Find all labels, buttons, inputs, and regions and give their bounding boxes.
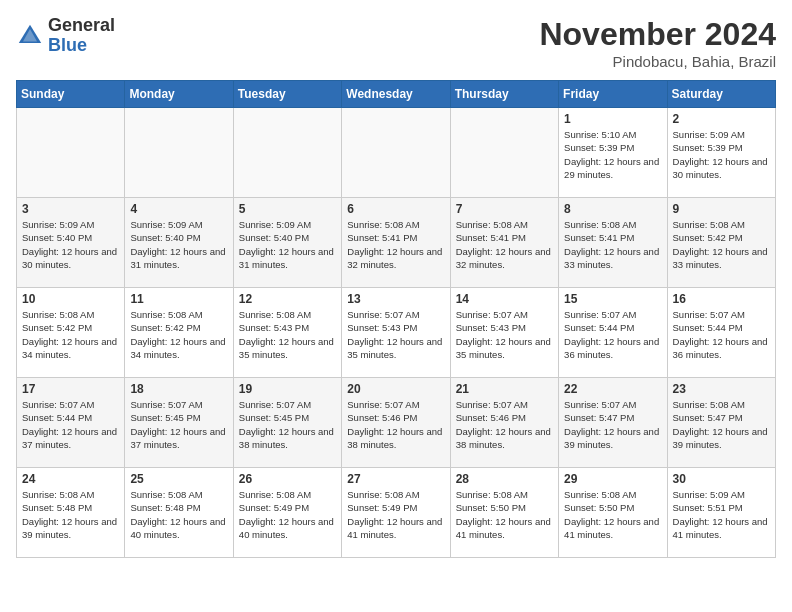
calendar-week-row: 17Sunrise: 5:07 AM Sunset: 5:44 PM Dayli…	[17, 378, 776, 468]
calendar-cell: 19Sunrise: 5:07 AM Sunset: 5:45 PM Dayli…	[233, 378, 341, 468]
day-of-week-header: Sunday	[17, 81, 125, 108]
title-block: November 2024 Pindobacu, Bahia, Brazil	[539, 16, 776, 70]
day-number: 15	[564, 292, 661, 306]
calendar-table: SundayMondayTuesdayWednesdayThursdayFrid…	[16, 80, 776, 558]
day-info: Sunrise: 5:08 AM Sunset: 5:41 PM Dayligh…	[564, 218, 661, 271]
day-info: Sunrise: 5:09 AM Sunset: 5:40 PM Dayligh…	[239, 218, 336, 271]
calendar-cell	[17, 108, 125, 198]
calendar-week-row: 1Sunrise: 5:10 AM Sunset: 5:39 PM Daylig…	[17, 108, 776, 198]
calendar-cell: 3Sunrise: 5:09 AM Sunset: 5:40 PM Daylig…	[17, 198, 125, 288]
day-info: Sunrise: 5:08 AM Sunset: 5:48 PM Dayligh…	[130, 488, 227, 541]
day-info: Sunrise: 5:08 AM Sunset: 5:41 PM Dayligh…	[456, 218, 553, 271]
day-info: Sunrise: 5:08 AM Sunset: 5:47 PM Dayligh…	[673, 398, 770, 451]
day-number: 24	[22, 472, 119, 486]
day-info: Sunrise: 5:08 AM Sunset: 5:50 PM Dayligh…	[456, 488, 553, 541]
logo-general: General	[48, 16, 115, 36]
calendar-cell: 18Sunrise: 5:07 AM Sunset: 5:45 PM Dayli…	[125, 378, 233, 468]
day-info: Sunrise: 5:08 AM Sunset: 5:42 PM Dayligh…	[130, 308, 227, 361]
day-number: 10	[22, 292, 119, 306]
calendar-cell: 11Sunrise: 5:08 AM Sunset: 5:42 PM Dayli…	[125, 288, 233, 378]
day-info: Sunrise: 5:08 AM Sunset: 5:42 PM Dayligh…	[673, 218, 770, 271]
calendar-cell: 22Sunrise: 5:07 AM Sunset: 5:47 PM Dayli…	[559, 378, 667, 468]
day-number: 6	[347, 202, 444, 216]
day-info: Sunrise: 5:09 AM Sunset: 5:51 PM Dayligh…	[673, 488, 770, 541]
day-info: Sunrise: 5:07 AM Sunset: 5:47 PM Dayligh…	[564, 398, 661, 451]
calendar-cell: 15Sunrise: 5:07 AM Sunset: 5:44 PM Dayli…	[559, 288, 667, 378]
day-info: Sunrise: 5:08 AM Sunset: 5:50 PM Dayligh…	[564, 488, 661, 541]
day-number: 22	[564, 382, 661, 396]
calendar-cell: 24Sunrise: 5:08 AM Sunset: 5:48 PM Dayli…	[17, 468, 125, 558]
day-number: 26	[239, 472, 336, 486]
day-of-week-header: Monday	[125, 81, 233, 108]
calendar-cell: 29Sunrise: 5:08 AM Sunset: 5:50 PM Dayli…	[559, 468, 667, 558]
day-number: 17	[22, 382, 119, 396]
day-number: 1	[564, 112, 661, 126]
calendar-cell: 4Sunrise: 5:09 AM Sunset: 5:40 PM Daylig…	[125, 198, 233, 288]
day-info: Sunrise: 5:07 AM Sunset: 5:45 PM Dayligh…	[239, 398, 336, 451]
day-number: 2	[673, 112, 770, 126]
calendar-cell: 8Sunrise: 5:08 AM Sunset: 5:41 PM Daylig…	[559, 198, 667, 288]
day-info: Sunrise: 5:08 AM Sunset: 5:49 PM Dayligh…	[347, 488, 444, 541]
day-info: Sunrise: 5:08 AM Sunset: 5:49 PM Dayligh…	[239, 488, 336, 541]
day-number: 11	[130, 292, 227, 306]
calendar-cell: 25Sunrise: 5:08 AM Sunset: 5:48 PM Dayli…	[125, 468, 233, 558]
day-info: Sunrise: 5:07 AM Sunset: 5:46 PM Dayligh…	[456, 398, 553, 451]
day-of-week-header: Friday	[559, 81, 667, 108]
calendar-header-row: SundayMondayTuesdayWednesdayThursdayFrid…	[17, 81, 776, 108]
day-number: 27	[347, 472, 444, 486]
day-number: 19	[239, 382, 336, 396]
day-number: 23	[673, 382, 770, 396]
day-info: Sunrise: 5:08 AM Sunset: 5:42 PM Dayligh…	[22, 308, 119, 361]
calendar-cell: 27Sunrise: 5:08 AM Sunset: 5:49 PM Dayli…	[342, 468, 450, 558]
location: Pindobacu, Bahia, Brazil	[539, 53, 776, 70]
month-year: November 2024	[539, 16, 776, 53]
day-number: 30	[673, 472, 770, 486]
logo-blue: Blue	[48, 36, 115, 56]
logo-icon	[16, 22, 44, 50]
day-of-week-header: Wednesday	[342, 81, 450, 108]
day-info: Sunrise: 5:07 AM Sunset: 5:44 PM Dayligh…	[673, 308, 770, 361]
day-info: Sunrise: 5:08 AM Sunset: 5:48 PM Dayligh…	[22, 488, 119, 541]
calendar-cell	[233, 108, 341, 198]
calendar-cell: 26Sunrise: 5:08 AM Sunset: 5:49 PM Dayli…	[233, 468, 341, 558]
day-number: 8	[564, 202, 661, 216]
day-info: Sunrise: 5:08 AM Sunset: 5:41 PM Dayligh…	[347, 218, 444, 271]
day-info: Sunrise: 5:07 AM Sunset: 5:43 PM Dayligh…	[456, 308, 553, 361]
day-info: Sunrise: 5:08 AM Sunset: 5:43 PM Dayligh…	[239, 308, 336, 361]
day-info: Sunrise: 5:07 AM Sunset: 5:45 PM Dayligh…	[130, 398, 227, 451]
day-of-week-header: Thursday	[450, 81, 558, 108]
day-info: Sunrise: 5:07 AM Sunset: 5:44 PM Dayligh…	[22, 398, 119, 451]
day-info: Sunrise: 5:09 AM Sunset: 5:40 PM Dayligh…	[22, 218, 119, 271]
calendar-cell: 17Sunrise: 5:07 AM Sunset: 5:44 PM Dayli…	[17, 378, 125, 468]
day-number: 18	[130, 382, 227, 396]
day-number: 5	[239, 202, 336, 216]
day-of-week-header: Saturday	[667, 81, 775, 108]
calendar-week-row: 3Sunrise: 5:09 AM Sunset: 5:40 PM Daylig…	[17, 198, 776, 288]
calendar-cell	[125, 108, 233, 198]
day-info: Sunrise: 5:07 AM Sunset: 5:46 PM Dayligh…	[347, 398, 444, 451]
calendar-cell	[342, 108, 450, 198]
day-number: 13	[347, 292, 444, 306]
calendar-cell: 30Sunrise: 5:09 AM Sunset: 5:51 PM Dayli…	[667, 468, 775, 558]
day-number: 28	[456, 472, 553, 486]
calendar-cell: 9Sunrise: 5:08 AM Sunset: 5:42 PM Daylig…	[667, 198, 775, 288]
calendar-cell: 10Sunrise: 5:08 AM Sunset: 5:42 PM Dayli…	[17, 288, 125, 378]
day-number: 4	[130, 202, 227, 216]
day-of-week-header: Tuesday	[233, 81, 341, 108]
calendar-cell: 23Sunrise: 5:08 AM Sunset: 5:47 PM Dayli…	[667, 378, 775, 468]
day-number: 16	[673, 292, 770, 306]
calendar-cell: 28Sunrise: 5:08 AM Sunset: 5:50 PM Dayli…	[450, 468, 558, 558]
day-info: Sunrise: 5:09 AM Sunset: 5:39 PM Dayligh…	[673, 128, 770, 181]
calendar-week-row: 24Sunrise: 5:08 AM Sunset: 5:48 PM Dayli…	[17, 468, 776, 558]
calendar-week-row: 10Sunrise: 5:08 AM Sunset: 5:42 PM Dayli…	[17, 288, 776, 378]
day-info: Sunrise: 5:07 AM Sunset: 5:43 PM Dayligh…	[347, 308, 444, 361]
calendar-cell: 1Sunrise: 5:10 AM Sunset: 5:39 PM Daylig…	[559, 108, 667, 198]
calendar-cell	[450, 108, 558, 198]
day-number: 20	[347, 382, 444, 396]
day-number: 25	[130, 472, 227, 486]
day-info: Sunrise: 5:10 AM Sunset: 5:39 PM Dayligh…	[564, 128, 661, 181]
calendar-cell: 14Sunrise: 5:07 AM Sunset: 5:43 PM Dayli…	[450, 288, 558, 378]
day-number: 14	[456, 292, 553, 306]
logo: General Blue	[16, 16, 115, 56]
day-number: 3	[22, 202, 119, 216]
